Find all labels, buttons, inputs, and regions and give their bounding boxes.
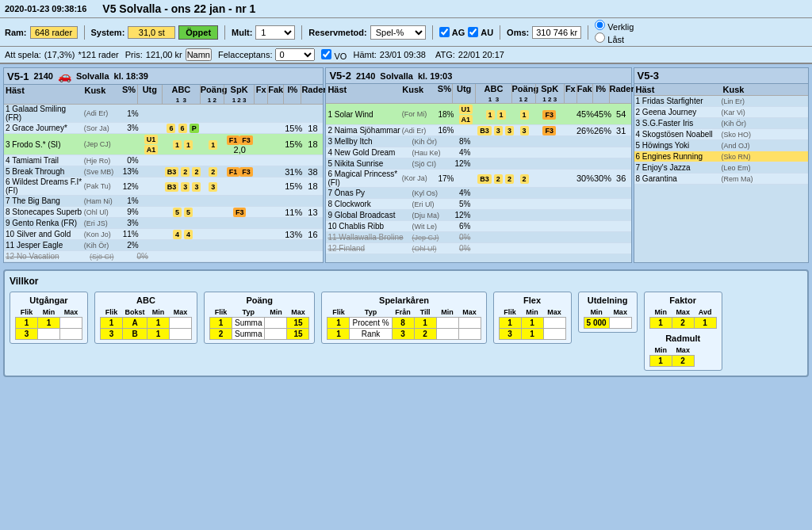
abc-max2[interactable] xyxy=(170,329,192,340)
race-1-time: kl. 18:39 xyxy=(114,71,148,81)
horse-name: 10 Chablis Ribb xyxy=(326,222,412,231)
horse-kusk: (Leo Em) xyxy=(722,164,765,172)
faktor-max[interactable]: 2 xyxy=(672,318,694,329)
horse-row: 1 Solar Wind (For Mi) 18% U1 A1 1 1 1 F3… xyxy=(326,104,630,125)
flex-flik2[interactable]: 3 xyxy=(499,329,521,340)
hdr-abc: ABC1 3 xyxy=(162,85,200,104)
min-hdr: Min xyxy=(584,307,609,318)
horse-sp: 17% xyxy=(438,174,454,183)
horse-kusk: (Kih Ör) xyxy=(722,120,765,128)
faktor-min[interactable]: 1 xyxy=(649,318,672,329)
horse-row: 5 Höwings Yoki (And OJ) xyxy=(634,140,808,151)
sp-min1[interactable] xyxy=(436,318,458,329)
poang-max2[interactable]: 15 xyxy=(287,329,309,340)
felacceptans-select[interactable]: 0 xyxy=(275,48,315,61)
sp-typ2[interactable]: Rank xyxy=(350,329,392,340)
sp-min2[interactable] xyxy=(436,329,458,340)
utgångar-min1[interactable]: 1 xyxy=(38,318,60,329)
abc-flik1[interactable]: 1 xyxy=(101,318,123,329)
horse-abc: 4 4 xyxy=(163,229,201,239)
flex-title: Flex xyxy=(499,296,566,305)
race-3-id: V5-3 xyxy=(638,70,659,82)
utgångar-max2[interactable] xyxy=(60,329,82,340)
poang-flik2[interactable]: 2 xyxy=(210,329,232,340)
utdelning-min[interactable]: 5 000 xyxy=(584,318,609,329)
abc-bokst2[interactable]: B xyxy=(123,329,147,340)
sp-typ1[interactable]: Procent % xyxy=(350,318,392,329)
flex-min2[interactable]: 1 xyxy=(521,329,543,340)
utgångar-max1[interactable] xyxy=(60,318,82,329)
poang-typ2[interactable]: Summa xyxy=(232,329,265,340)
horse-proc: 15% xyxy=(285,139,302,149)
hdr-hast: Häst xyxy=(4,85,82,104)
au-checkbox[interactable] xyxy=(468,27,478,37)
attspela-pct: (17,3%) xyxy=(44,50,75,59)
au-checkbox-group: AU xyxy=(468,27,493,37)
oppet-button[interactable]: Öppet xyxy=(178,25,218,40)
hdr-hast: Häst xyxy=(326,84,400,103)
horse-kusk: (Jep CJ) xyxy=(412,234,453,242)
flex-max1[interactable] xyxy=(543,318,565,329)
horse-sp: 0% xyxy=(453,244,470,253)
max-hdr: Max xyxy=(672,307,694,318)
race-3-header: V5-3 xyxy=(634,68,808,84)
flex-flik1[interactable]: 1 xyxy=(499,318,521,329)
abc-min2[interactable]: 1 xyxy=(147,329,170,340)
poang-max1[interactable]: 15 xyxy=(287,318,309,329)
abc-max1[interactable] xyxy=(170,318,192,329)
abc-flik2[interactable]: 3 xyxy=(101,329,123,340)
sp-fran1[interactable]: 8 xyxy=(392,318,414,329)
horse-sp: 4% xyxy=(453,189,470,197)
race-2-venue: Solvalla xyxy=(380,71,413,81)
sp-till1[interactable]: 1 xyxy=(414,318,436,329)
horse-row: 1 Galaad Smiling (FR) (Adi Er) 1% xyxy=(4,105,323,123)
abc-bokst1[interactable]: A xyxy=(123,318,147,329)
system-value: 31,0 st xyxy=(128,26,175,39)
sp-max2[interactable] xyxy=(458,329,481,340)
reservmetod-select[interactable]: Spel-% xyxy=(370,25,426,40)
sp-fran2[interactable]: 3 xyxy=(392,329,414,340)
faktor-avd[interactable]: 1 xyxy=(694,318,716,329)
race-1-venue: Solvalla xyxy=(76,71,109,81)
horse-row: 7 The Big Bang (Ham Ni) 1% xyxy=(4,196,323,207)
spelarkaren-title: Spelarkåren xyxy=(327,296,481,305)
radmult-max[interactable]: 2 xyxy=(672,356,694,367)
poang-flik1[interactable]: 1 xyxy=(210,318,232,329)
sp-max1[interactable] xyxy=(458,318,481,329)
typ-hdr: Typ xyxy=(232,307,265,318)
horse-row: 12 Finland (Ohl Ul) 0% xyxy=(326,243,630,254)
poang-typ1[interactable]: Summa xyxy=(232,318,265,329)
poang-min2[interactable] xyxy=(265,329,287,340)
horse-row: 6 Engines Running (Sko RN) xyxy=(634,151,808,162)
ag-checkbox[interactable] xyxy=(439,27,450,37)
horse-name: 10 Silver and Gold xyxy=(4,230,84,238)
mult-select[interactable]: 123 xyxy=(255,25,295,40)
abc-table: Flik Bokst Min Max 1 A 1 3 B 1 xyxy=(100,307,192,340)
flex-max2[interactable] xyxy=(543,329,565,340)
poang-min1[interactable] xyxy=(265,318,287,329)
horse-pong: 3 xyxy=(202,181,224,192)
min-hdr: Min xyxy=(265,307,287,318)
utgångar-flik2[interactable]: 3 xyxy=(16,329,38,340)
horse-name: 2 Naima Sjöhammar xyxy=(326,126,401,135)
namn-button[interactable]: Namn xyxy=(186,48,212,61)
horse-sp: 0% xyxy=(453,233,470,242)
sp-till2[interactable]: 2 xyxy=(414,329,436,340)
horse-name: 9 Global Broadcast xyxy=(326,211,412,219)
radmult-min[interactable]: 1 xyxy=(649,356,672,367)
horse-row: 10 Chablis Ribb (Wit Le) 6% xyxy=(326,221,630,232)
sp-flik2[interactable]: 1 xyxy=(327,329,350,340)
vo-checkbox[interactable] xyxy=(321,49,331,59)
horse-spk: F3 xyxy=(534,125,564,135)
utgångar-min2[interactable] xyxy=(38,329,60,340)
flex-min1[interactable]: 1 xyxy=(521,318,543,329)
utgångar-flik1[interactable]: 1 xyxy=(16,318,38,329)
poang-title: Poäng xyxy=(209,296,309,305)
sp-flik1[interactable]: 1 xyxy=(327,318,350,329)
horse-abc: B3 2 2 xyxy=(163,166,201,177)
abc-min1[interactable]: 1 xyxy=(147,318,170,329)
horse-abc: 1 1 xyxy=(163,139,201,150)
utdelning-max[interactable] xyxy=(609,318,631,329)
mult-label: Mult: xyxy=(232,28,252,37)
hdr-abc: ABC1 3 xyxy=(475,84,511,103)
